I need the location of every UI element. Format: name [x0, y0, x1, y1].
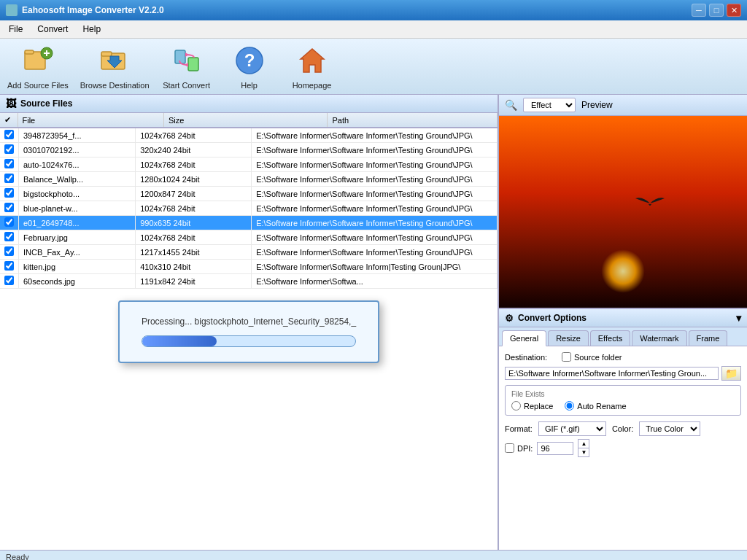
row-check[interactable] [0, 187, 19, 201]
homepage-icon [295, 43, 330, 78]
row-path: E:\Software Informer\Software Informer\T… [252, 172, 498, 187]
row-check[interactable] [0, 201, 19, 216]
source-files-title: Source Files [20, 98, 72, 109]
help-button[interactable]: ? Help [224, 43, 275, 90]
tab-frame[interactable]: Frame [689, 330, 728, 346]
destination-input[interactable] [505, 367, 719, 380]
dpi-input[interactable] [537, 442, 573, 455]
row-name: bigstockphoto... [19, 187, 136, 201]
dpi-checkbox[interactable] [505, 443, 514, 453]
row-check[interactable] [0, 230, 19, 245]
preview-label: Preview [581, 100, 613, 110]
source-files-header: 🖼 Source Files [0, 95, 498, 113]
dpi-down[interactable]: ▼ [578, 448, 589, 456]
file-checkbox[interactable] [4, 203, 14, 212]
row-check[interactable] [0, 216, 19, 230]
tab-watermark[interactable]: Watermark [632, 330, 686, 346]
row-name: 60seconds.jpg [19, 274, 136, 289]
homepage-label: Homepage [293, 81, 332, 90]
preview-image [499, 116, 747, 308]
row-check[interactable] [0, 143, 19, 158]
row-name: 3948723954_f... [19, 128, 136, 143]
row-size: 1217x1455 24bit [136, 245, 252, 260]
svg-rect-1 [25, 50, 34, 54]
file-checkbox[interactable] [4, 159, 14, 168]
row-name: 03010702192... [19, 143, 136, 158]
replace-option[interactable]: Replace [511, 401, 553, 411]
tab-resize[interactable]: Resize [548, 330, 589, 346]
row-size: 410x310 24bit [136, 260, 252, 274]
file-exists-title: File Exists [511, 390, 735, 398]
right-panel: 🔍 Effect None Blur Preview ⚙ [499, 95, 747, 550]
color-label: Color: [612, 424, 633, 433]
format-select[interactable]: GIF (*.gif) JPG (*.jpg) PNG (*.png) BMP … [538, 421, 606, 436]
row-name: auto-1024x76... [19, 158, 136, 172]
row-check[interactable] [0, 274, 19, 289]
file-checkbox[interactable] [4, 246, 14, 256]
color-select[interactable]: True Color 256 Colors Grayscale [639, 421, 700, 436]
dest-path-row: 📁 [505, 366, 741, 381]
row-check[interactable] [0, 245, 19, 260]
table-row[interactable]: February.jpg 747x560 24bit E:\Software … [0, 230, 498, 245]
file-checkbox[interactable] [4, 174, 14, 183]
dpi-check[interactable]: DPI: [505, 443, 533, 453]
row-check[interactable] [0, 158, 19, 172]
auto-rename-option[interactable]: Auto Rename [565, 401, 626, 411]
source-folder-check[interactable]: Source folder [562, 352, 622, 362]
file-checkbox[interactable] [4, 130, 14, 139]
table-row[interactable]: blue-planet-w... 747x560 24bit E:\Softw… [0, 201, 498, 216]
destination-label: Destination: [505, 353, 556, 362]
start-convert-button[interactable]: Start Convert [161, 43, 212, 90]
progress-bar-fill [142, 336, 217, 346]
tab-effects[interactable]: Effects [590, 330, 630, 346]
replace-radio[interactable] [511, 401, 521, 411]
source-folder-checkbox[interactable] [562, 352, 571, 362]
minimize-button[interactable]: ─ [692, 4, 706, 17]
format-label: Format: [505, 424, 533, 433]
col-file: File [18, 113, 164, 128]
close-button[interactable]: ✕ [727, 4, 741, 17]
effect-bar: 🔍 Effect None Blur Preview [499, 95, 747, 116]
browse-folder-button[interactable]: 📁 [721, 366, 741, 381]
row-size: 990x635 24bit [136, 216, 252, 230]
row-check[interactable] [0, 128, 19, 143]
table-row[interactable]: 3948723954_f... 747x560 24bit E:\Softwa… [0, 128, 498, 143]
svg-rect-8 [188, 58, 198, 71]
browse-destination-button[interactable]: Browse Destination [80, 43, 150, 90]
dpi-up[interactable]: ▲ [578, 440, 589, 448]
file-checkbox[interactable] [4, 276, 14, 285]
file-checkbox[interactable] [4, 144, 14, 154]
file-checkbox[interactable] [4, 232, 14, 241]
row-check[interactable] [0, 260, 19, 274]
menu-file[interactable]: File [3, 22, 28, 36]
row-path: E:\Software Informer\Software Informer\T… [252, 201, 498, 216]
row-size: 320x240 24bit [136, 143, 252, 158]
dpi-spinner[interactable]: ▲ ▼ [578, 439, 589, 457]
table-row[interactable]: e01_2649748... 990x635 24bit E:\Software… [0, 216, 498, 230]
table-row[interactable]: 60seconds.jpg 1191x842 24bit E:\Software… [0, 274, 498, 289]
file-checkbox[interactable] [4, 188, 14, 198]
auto-rename-label: Auto Rename [577, 402, 626, 411]
file-checkbox[interactable] [4, 217, 14, 227]
add-source-button[interactable]: Add Source Files [7, 43, 69, 90]
menu-convert[interactable]: Convert [31, 22, 74, 36]
table-row[interactable]: INCB_Fax_Ay... 1217x1455 24bit E:\Softwa… [0, 245, 498, 260]
toolbar: Add Source Files Browse Destination Star… [0, 39, 747, 95]
sun-glow [601, 249, 645, 293]
restore-button[interactable]: □ [709, 4, 724, 17]
homepage-button[interactable]: Homepage [287, 43, 338, 90]
table-row[interactable]: auto-1024x76... 747x560 24bit E:\Softwa… [0, 158, 498, 172]
file-checkbox[interactable] [4, 261, 14, 271]
help-label: Help [241, 81, 258, 90]
chevron-down-icon[interactable]: ▾ [736, 312, 741, 324]
table-row[interactable]: bigstockphoto... 1200x847 24bit E:\Softw… [0, 187, 498, 201]
tab-general[interactable]: General [502, 330, 546, 346]
table-row[interactable]: kitten.jpg 410x310 24bit E:\Software Inf… [0, 260, 498, 274]
auto-rename-radio[interactable] [565, 401, 574, 411]
menu-help[interactable]: Help [77, 22, 107, 36]
effect-dropdown[interactable]: Effect None Blur [523, 98, 576, 112]
table-row[interactable]: Balance_Wallp... 1280x1024 24bit E:\Soft… [0, 172, 498, 187]
row-check[interactable] [0, 172, 19, 187]
table-row[interactable]: 03010702192... 320x240 24bit E:\Software… [0, 143, 498, 158]
row-name: kitten.jpg [19, 260, 136, 274]
